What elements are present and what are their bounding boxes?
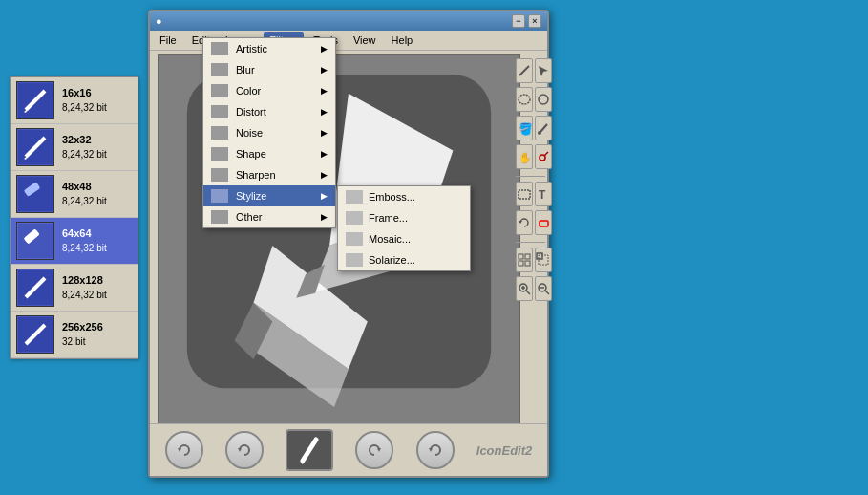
tool-pencil[interactable] xyxy=(516,58,533,83)
icon-size-64: 64x64 xyxy=(62,226,107,241)
filters-distort[interactable]: Distort ▶ xyxy=(203,101,335,122)
svg-rect-22 xyxy=(540,221,548,226)
svg-marker-10 xyxy=(539,66,548,76)
tool-rect-select[interactable] xyxy=(516,182,533,206)
tool-fill[interactable]: 🪣 xyxy=(516,116,533,140)
stylize-label: Stylize xyxy=(236,190,266,202)
artistic-label: Artistic xyxy=(236,43,267,54)
icon-info-32: 32x32 8,24,32 bit xyxy=(62,133,107,161)
noise-arrow: ▶ xyxy=(321,128,328,138)
svg-rect-25 xyxy=(519,261,523,266)
tool-separator-1 xyxy=(516,176,545,177)
pencil-tool-button[interactable] xyxy=(286,429,333,471)
filters-other[interactable]: Other ▶ xyxy=(203,206,335,227)
shape-label: Shape xyxy=(236,148,266,160)
tool-oval-select[interactable] xyxy=(516,87,533,112)
tool-undo-canvas[interactable] xyxy=(516,210,533,235)
artistic-icon xyxy=(211,42,228,55)
filters-artistic[interactable]: Artistic ▶ xyxy=(203,38,335,59)
title-bar-text: ● xyxy=(156,15,162,27)
artistic-arrow: ▶ xyxy=(321,44,328,54)
filters-stylize[interactable]: Stylize ▶ Emboss... Frame... Mosaic... xyxy=(203,185,335,206)
tool-separator-2 xyxy=(516,242,545,243)
submenu-solarize[interactable]: Solarize... xyxy=(338,249,470,270)
filters-dropdown: Artistic ▶ Blur ▶ Color ▶ Distort ▶ xyxy=(202,37,336,228)
bottom-toolbar: IconEdit2 xyxy=(150,423,547,476)
emboss-icon xyxy=(346,190,363,204)
submenu-emboss[interactable]: Emboss... xyxy=(338,186,470,207)
solarize-icon xyxy=(346,253,363,267)
tool-hand[interactable]: ✋ xyxy=(516,144,533,169)
ok-button[interactable] xyxy=(416,431,455,469)
close-button[interactable]: × xyxy=(528,14,541,28)
svg-point-11 xyxy=(519,95,530,104)
icon-list-item-128[interactable]: 128x128 8,24,32 bit xyxy=(11,265,138,312)
svg-marker-36 xyxy=(178,448,181,452)
frame-icon xyxy=(346,211,363,225)
icon-list-panel: 16x16 8,24,32 bit 32x32 8,24,32 bit 48x4… xyxy=(10,76,138,359)
tool-lasso[interactable] xyxy=(535,87,552,112)
svg-rect-26 xyxy=(525,261,530,266)
filters-shape[interactable]: Shape ▶ xyxy=(203,143,335,164)
menu-help[interactable]: Help xyxy=(386,32,419,48)
other-label: Other xyxy=(236,211,263,223)
icon-bits-64: 8,24,32 bit xyxy=(62,242,107,255)
tool-colorpick[interactable] xyxy=(535,116,552,140)
blur-arrow: ▶ xyxy=(321,65,328,75)
filters-blur[interactable]: Blur ▶ xyxy=(203,59,335,80)
minimize-button[interactable]: − xyxy=(512,14,525,28)
distort-label: Distort xyxy=(236,106,266,118)
emboss-label: Emboss... xyxy=(369,191,415,203)
color-icon xyxy=(211,84,228,97)
tool-zoom-in[interactable] xyxy=(516,276,533,301)
sharpen-icon xyxy=(211,168,228,182)
stylize-submenu: Emboss... Frame... Mosaic... Solarize... xyxy=(337,185,471,271)
filters-noise[interactable]: Noise ▶ xyxy=(203,122,335,143)
icon-info-64: 64x64 8,24,32 bit xyxy=(62,226,107,254)
icon-list-item-64[interactable]: 64x64 8,24,32 bit xyxy=(11,218,138,265)
icon-list-item-16[interactable]: 16x16 8,24,32 bit xyxy=(11,77,138,124)
stylize-icon xyxy=(211,189,228,203)
icon-list-item-48[interactable]: 48x48 8,24,32 bit xyxy=(11,171,138,218)
svg-marker-21 xyxy=(519,221,522,224)
svg-line-8 xyxy=(519,66,529,75)
tool-eyedropper[interactable] xyxy=(535,144,552,169)
svg-rect-19 xyxy=(519,190,530,199)
tool-resize[interactable] xyxy=(535,248,552,272)
icon-thumbnail-256 xyxy=(16,315,54,354)
svg-rect-50 xyxy=(18,224,53,258)
menu-view[interactable]: View xyxy=(348,32,382,48)
tool-zoom-out[interactable] xyxy=(535,276,552,301)
icon-size-128: 128x128 xyxy=(62,273,107,288)
filters-sharpen[interactable]: Sharpen ▶ xyxy=(203,164,335,185)
icon-size-32: 32x32 xyxy=(62,133,107,147)
app-logo: IconEdit2 xyxy=(476,443,533,458)
noise-label: Noise xyxy=(236,127,263,139)
redo-button[interactable] xyxy=(355,431,393,469)
submenu-frame[interactable]: Frame... xyxy=(338,207,470,228)
menu-file[interactable]: File xyxy=(154,32,182,48)
tool-grid[interactable] xyxy=(516,248,533,272)
filters-color[interactable]: Color ▶ xyxy=(203,80,335,101)
reset-button[interactable] xyxy=(165,431,203,469)
tool-text[interactable]: T xyxy=(535,182,552,206)
svg-line-34 xyxy=(545,291,549,294)
other-arrow: ▶ xyxy=(321,212,328,222)
icon-list-item-256[interactable]: 256x256 32 bit xyxy=(11,312,138,358)
icon-list-item-32[interactable]: 32x32 8,24,32 bit xyxy=(11,124,138,171)
svg-line-18 xyxy=(544,152,548,156)
svg-marker-41 xyxy=(429,448,433,452)
svg-rect-23 xyxy=(519,254,523,259)
tool-arrow[interactable] xyxy=(535,58,552,83)
svg-marker-37 xyxy=(238,448,242,452)
icon-bits-32: 8,24,32 bit xyxy=(62,148,107,161)
icon-bits-256: 32 bit xyxy=(62,335,103,349)
mosaic-label: Mosaic... xyxy=(369,233,411,245)
svg-text:T: T xyxy=(539,188,546,202)
submenu-mosaic[interactable]: Mosaic... xyxy=(338,228,470,249)
undo-button[interactable] xyxy=(225,431,264,469)
svg-rect-24 xyxy=(525,254,530,259)
mosaic-icon xyxy=(346,232,363,246)
color-arrow: ▶ xyxy=(321,86,328,96)
tool-eraser[interactable] xyxy=(535,210,552,235)
